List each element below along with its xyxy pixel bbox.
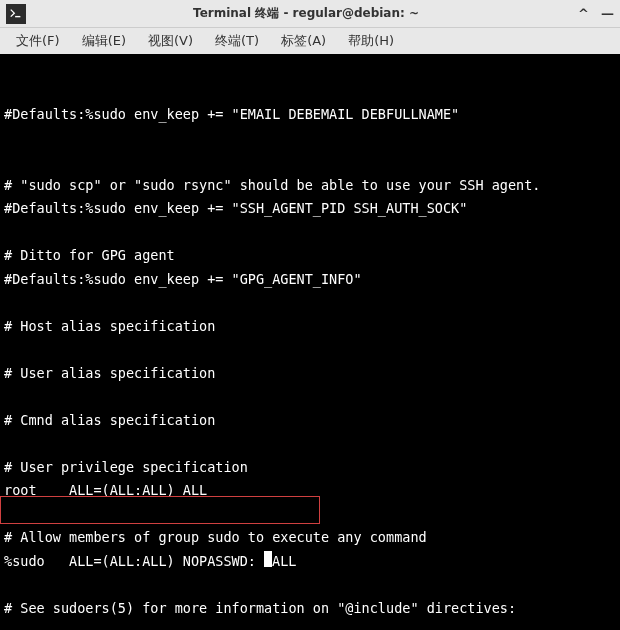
terminal-line: # Cmnd alias specification (4, 409, 616, 433)
menubar: 文件(F) 编辑(E) 视图(V) 终端(T) 标签(A) 帮助(H) (0, 28, 620, 54)
menu-tabs[interactable]: 标签(A) (271, 29, 336, 53)
terminal-line: # Ditto for GPG agent (4, 244, 616, 268)
titlebar: Terminal 终端 - regular@debian: ~ ^ — (0, 0, 620, 28)
terminal-line: #Defaults:%sudo env_keep += "GPG_AGENT_I… (4, 268, 616, 292)
menu-edit[interactable]: 编辑(E) (72, 29, 136, 53)
terminal-line: %sudo ALL=(ALL:ALL) NOPASSWD: ALL (4, 550, 616, 574)
terminal-line: #Defaults:%sudo env_keep += "EMAIL DEBEM… (4, 103, 616, 127)
terminal-line (4, 221, 616, 245)
window-minimize-button[interactable]: — (601, 6, 614, 21)
terminal-line (4, 127, 616, 151)
terminal-line: #Defaults:%sudo env_keep += "SSH_AGENT_P… (4, 197, 616, 221)
terminal-line: # User alias specification (4, 362, 616, 386)
terminal-line (4, 503, 616, 527)
terminal-line (4, 291, 616, 315)
terminal-line: # User privilege specification (4, 456, 616, 480)
terminal-line (4, 432, 616, 456)
menu-help[interactable]: 帮助(H) (338, 29, 404, 53)
terminal-line: # Host alias specification (4, 315, 616, 339)
terminal-icon (6, 4, 26, 24)
terminal-line (4, 338, 616, 362)
terminal-line (4, 385, 616, 409)
menu-file[interactable]: 文件(F) (6, 29, 70, 53)
window-up-button[interactable]: ^ (578, 6, 589, 21)
terminal-line: # See sudoers(5) for more information on… (4, 597, 616, 621)
terminal-line (4, 573, 616, 597)
terminal-line: # Allow members of group sudo to execute… (4, 526, 616, 550)
menu-view[interactable]: 视图(V) (138, 29, 203, 53)
menu-terminal[interactable]: 终端(T) (205, 29, 269, 53)
terminal-line: # "sudo scp" or "sudo rsync" should be a… (4, 174, 616, 198)
window-title: Terminal 终端 - regular@debian: ~ (34, 5, 578, 22)
window-controls: ^ — (578, 6, 614, 21)
terminal-content[interactable]: #Defaults:%sudo env_keep += "EMAIL DEBEM… (0, 54, 620, 630)
terminal-line (4, 150, 616, 174)
text-cursor (264, 551, 272, 567)
terminal-line: root ALL=(ALL:ALL) ALL (4, 479, 616, 503)
terminal-line (4, 620, 616, 630)
